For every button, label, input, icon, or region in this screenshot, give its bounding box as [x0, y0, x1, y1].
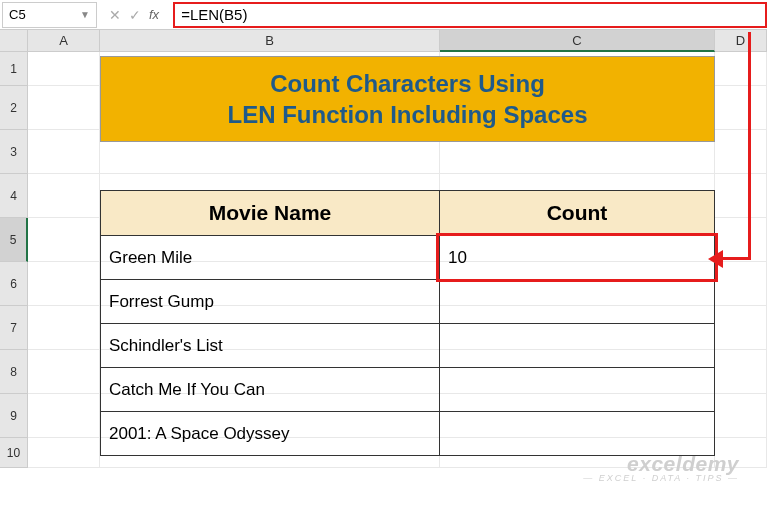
chevron-down-icon[interactable]: ▼ [80, 9, 90, 20]
movie-cell[interactable]: Schindler's List [101, 324, 440, 367]
cell-D2[interactable] [715, 86, 767, 130]
count-cell[interactable] [440, 280, 714, 323]
annotation-arrow-head-icon [708, 250, 723, 268]
movie-cell[interactable]: 2001: A Space Odyssey [101, 412, 440, 455]
cell-D4[interactable] [715, 174, 767, 218]
cell-A2[interactable] [28, 86, 100, 130]
row-header-7[interactable]: 7 [0, 306, 28, 350]
cell-D1[interactable] [715, 52, 767, 86]
cell-D6[interactable] [715, 262, 767, 306]
count-cell[interactable] [440, 324, 714, 367]
cell-A5[interactable] [28, 218, 100, 262]
movie-cell[interactable]: Catch Me If You Can [101, 368, 440, 411]
row-header-3[interactable]: 3 [0, 130, 28, 174]
watermark: exceldemy — EXCEL · DATA · TIPS — [583, 453, 739, 483]
watermark-line1: exceldemy [583, 453, 739, 474]
cell-A7[interactable] [28, 306, 100, 350]
table-row: 2001: A Space Odyssey [100, 412, 715, 456]
table-row: Catch Me If You Can [100, 368, 715, 412]
table-header-count[interactable]: Count [440, 191, 714, 235]
select-all-corner[interactable] [0, 30, 28, 52]
row-header-6[interactable]: 6 [0, 262, 28, 306]
formula-text: =LEN(B5) [181, 6, 247, 23]
cancel-formula-icon[interactable]: ✕ [109, 7, 121, 23]
table-row: Schindler's List [100, 324, 715, 368]
fx-icon[interactable]: fx [149, 7, 159, 22]
cell-A3[interactable] [28, 130, 100, 174]
title-line2: LEN Function Including Spaces [227, 99, 587, 130]
count-cell[interactable]: 10 [440, 236, 714, 279]
movie-cell[interactable]: Forrest Gump [101, 280, 440, 323]
col-header-A[interactable]: A [28, 30, 100, 52]
row-header-8[interactable]: 8 [0, 350, 28, 394]
col-header-D[interactable]: D [715, 30, 767, 52]
table-row: Green Mile 10 [100, 236, 715, 280]
row-header-9[interactable]: 9 [0, 394, 28, 438]
cell-D8[interactable] [715, 350, 767, 394]
formula-bar-input[interactable]: =LEN(B5) [173, 2, 767, 28]
title-banner: Count Characters Using LEN Function Incl… [100, 56, 715, 142]
cell-D7[interactable] [715, 306, 767, 350]
col-header-B[interactable]: B [100, 30, 440, 52]
cell-A9[interactable] [28, 394, 100, 438]
table-header-movie[interactable]: Movie Name [101, 191, 440, 235]
row-header-1[interactable]: 1 [0, 52, 28, 86]
cell-A4[interactable] [28, 174, 100, 218]
cell-D9[interactable] [715, 394, 767, 438]
movie-cell[interactable]: Green Mile [101, 236, 440, 279]
cell-A10[interactable] [28, 438, 100, 468]
cell-A6[interactable] [28, 262, 100, 306]
accept-formula-icon[interactable]: ✓ [129, 7, 141, 23]
cell-A1[interactable] [28, 52, 100, 86]
count-cell[interactable] [440, 368, 714, 411]
title-line1: Count Characters Using [270, 68, 545, 99]
name-box-value: C5 [9, 7, 26, 22]
watermark-line2: — EXCEL · DATA · TIPS — [583, 474, 739, 483]
name-box[interactable]: C5 ▼ [2, 2, 97, 28]
row-header-2[interactable]: 2 [0, 86, 28, 130]
row-header-4[interactable]: 4 [0, 174, 28, 218]
data-table: Movie Name Count Green Mile 10 Forrest G… [100, 190, 715, 456]
row-header-5[interactable]: 5 [0, 218, 28, 262]
col-header-C[interactable]: C [440, 30, 715, 52]
cell-A8[interactable] [28, 350, 100, 394]
row-header-10[interactable]: 10 [0, 438, 28, 468]
table-row: Forrest Gump [100, 280, 715, 324]
count-cell[interactable] [440, 412, 714, 455]
cell-D3[interactable] [715, 130, 767, 174]
